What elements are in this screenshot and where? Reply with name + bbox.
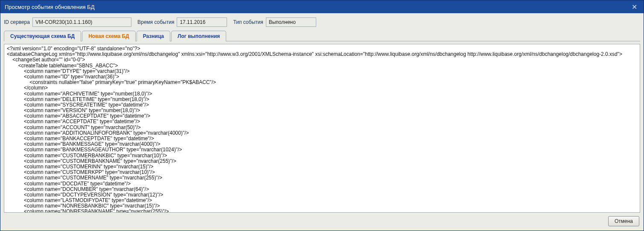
close-button[interactable]: ✕ [628,2,640,12]
time-field[interactable] [177,17,227,27]
footer: Отмена [0,213,644,231]
cancel-button[interactable]: Отмена [608,216,639,226]
header-form: ID сервера Время события Тип события [0,13,644,30]
type-field[interactable] [266,17,316,27]
titlebar: Просмотр события обновления БД ✕ [0,0,644,13]
content-frame [4,44,640,213]
tab-execution-log[interactable]: Лог выполнения [171,31,226,41]
close-icon: ✕ [632,3,637,11]
time-label: Время события [137,19,174,25]
xml-viewer[interactable] [4,44,640,212]
server-label: ID сервера [4,19,30,25]
tabs-container: Существующая схема БД Новая схема БД Раз… [4,30,640,41]
tab-new-schema[interactable]: Новая схема БД [82,31,136,41]
window-title: Просмотр события обновления БД [5,4,628,10]
tab-existing-schema[interactable]: Существующая схема БД [4,31,81,41]
tabs: Существующая схема БД Новая схема БД Раз… [4,30,640,41]
tab-difference[interactable]: Разница [137,31,170,41]
server-field[interactable] [32,17,131,27]
type-label: Тип события [233,19,263,25]
